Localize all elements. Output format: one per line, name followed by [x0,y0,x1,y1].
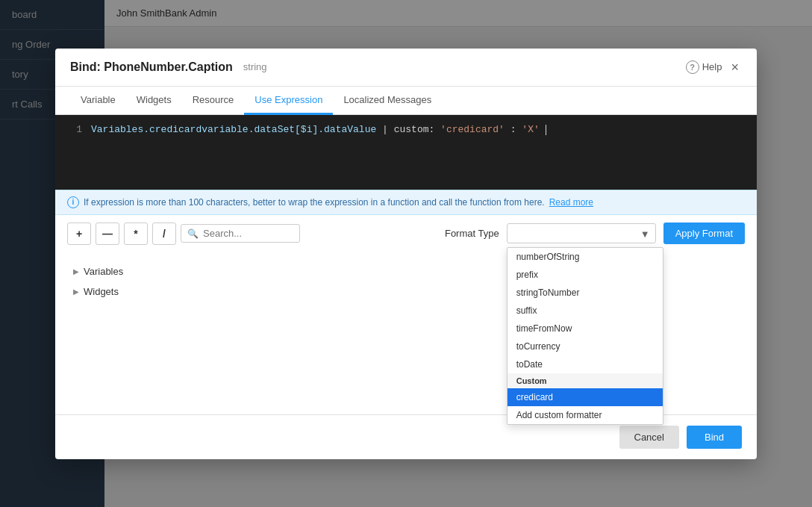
dropdown-item-prefix[interactable]: prefix [508,266,663,284]
info-icon: i [67,196,79,208]
modal-header: Bind: PhoneNumber.Caption string ? Help … [55,49,757,87]
modal-title-type: string [243,61,267,72]
close-button[interactable]: × [728,59,742,75]
modal-tabs: Variable Widgets Resource Use Expression… [55,87,757,115]
dropdown-item-credicard[interactable]: credicard [508,388,663,406]
tab-localized-messages[interactable]: Localized Messages [333,87,442,115]
help-icon: ? [686,60,699,74]
read-more-link[interactable]: Read more [549,197,593,208]
help-button[interactable]: ? Help [686,60,722,74]
cancel-button[interactable]: Cancel [619,426,679,449]
search-icon: 🔍 [187,228,199,239]
format-type-select[interactable]: numberOfString prefix stringToNumber suf… [507,223,656,243]
plus-button[interactable]: + [67,223,91,245]
tab-resource[interactable]: Resource [182,87,245,115]
tab-variable[interactable]: Variable [70,87,126,115]
modal-overlay: Bind: PhoneNumber.Caption string ? Help … [0,0,812,507]
dropdown-group-custom: Custom [508,373,663,388]
dropdown-item-suffix[interactable]: suffix [508,302,663,320]
tab-use-expression[interactable]: Use Expression [244,87,333,115]
dropdown-item-stringtonumber[interactable]: stringToNumber [508,284,663,302]
dropdown-item-timefromnow[interactable]: timeFromNow [508,320,663,338]
line-numbers: 1 [67,124,82,181]
tree-arrow-icon: ▶ [73,267,79,276]
bind-button[interactable]: Bind [687,426,742,449]
modal-header-actions: ? Help × [686,59,742,75]
toolbar: + — * / 🔍 Format Type numberOfString [55,215,757,252]
tab-widgets[interactable]: Widgets [126,87,182,115]
toolbar-operators: + — * / 🔍 [67,223,300,245]
apply-format-button[interactable]: Apply Format [663,223,745,244]
dropdown-list: numberOfString prefix stringToNumber suf… [507,247,663,425]
dropdown-item-tocurrency[interactable]: toCurrency [508,338,663,355]
modal-title: Bind: PhoneNumber.Caption [70,60,233,74]
code-content: Variables.credicardvariable.dataSet[$i].… [91,124,745,181]
multiply-button[interactable]: * [124,223,148,245]
search-input[interactable] [203,228,293,239]
modal-dialog: Bind: PhoneNumber.Caption string ? Help … [55,49,757,459]
format-type-label: Format Type [445,228,499,239]
search-box: 🔍 [181,224,300,243]
dropdown-item-add-custom[interactable]: Add custom formatter [508,406,663,424]
tree-arrow-icon-2: ▶ [73,287,79,296]
format-type-area: Format Type numberOfString prefix string… [445,223,745,244]
minus-button[interactable]: — [96,223,119,245]
code-editor[interactable]: 1 Variables.credicardvariable.dataSet[$i… [55,115,757,190]
dropdown-item-numbertostring[interactable]: numberOfString [508,248,663,266]
divide-button[interactable]: / [152,223,176,245]
dropdown-item-todate[interactable]: toDate [508,355,663,373]
info-bar: i If expression is more than 100 charact… [55,190,757,215]
format-select-wrapper: numberOfString prefix stringToNumber suf… [507,223,656,243]
format-type-dropdown-container: numberOfString prefix stringToNumber suf… [507,223,656,243]
